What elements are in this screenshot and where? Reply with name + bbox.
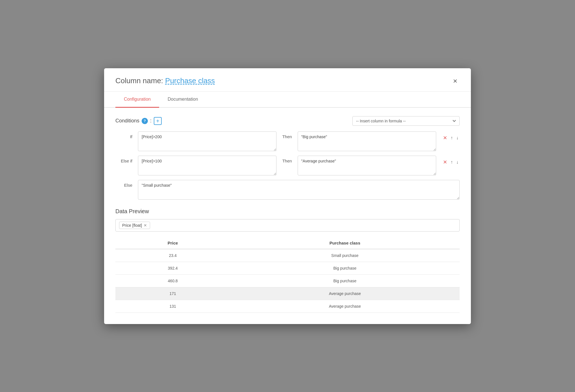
cell-price: 23.4: [115, 249, 230, 262]
move-up-0[interactable]: ↑: [449, 135, 454, 141]
condition-row-if: If [Price]>200 Then "Big purchase" ✕ ↑ ↓: [115, 131, 460, 151]
else-row: Else "Small purchase": [115, 180, 460, 200]
condition-row-elseif: Else if [Price]>100 Then "Average purcha…: [115, 156, 460, 175]
cell-price: 460.8: [115, 274, 230, 287]
table-row: 392.4Big purchase: [115, 262, 460, 274]
table-row: 131Average purchase: [115, 300, 460, 312]
data-preview-table: Price Purchase class 23.4Small purchase3…: [115, 237, 460, 313]
modal-body: Conditions ? : + -- Insert column in for…: [104, 108, 471, 324]
insert-column-select[interactable]: -- Insert column in formula --: [352, 116, 460, 126]
title-link[interactable]: Purchase class: [165, 76, 215, 85]
filter-tag-remove[interactable]: ✕: [144, 223, 147, 227]
conditions-label: Conditions: [115, 118, 139, 124]
filter-tag-price: Price [float] ✕: [119, 222, 150, 229]
colon-separator: :: [150, 118, 152, 124]
table-row: 23.4Small purchase: [115, 249, 460, 262]
modal-title: Column name: Purchase class: [115, 76, 215, 85]
cell-purchase-class: Average purchase: [230, 300, 460, 312]
insert-column-wrapper: -- Insert column in formula --: [352, 116, 460, 126]
col-header-purchase-class: Purchase class: [230, 237, 460, 249]
tab-configuration[interactable]: Configuration: [115, 92, 159, 108]
add-condition-button[interactable]: +: [154, 117, 162, 125]
if-label: If: [115, 131, 132, 139]
filter-tag-label: Price [float]: [122, 223, 142, 228]
then-label-0: Then: [282, 131, 292, 139]
cell-price: 392.4: [115, 262, 230, 274]
cell-purchase-class: Big purchase: [230, 274, 460, 287]
cell-price: 171: [115, 287, 230, 300]
data-preview-section: Data Preview Price [float] ✕ Price Purch…: [115, 208, 460, 313]
table-row: 171Average purchase: [115, 287, 460, 300]
move-down-1[interactable]: ↓: [455, 159, 460, 165]
row-actions-0: ✕ ↑ ↓: [442, 131, 460, 142]
table-header-row: Price Purchase class: [115, 237, 460, 249]
col-header-price: Price: [115, 237, 230, 249]
delete-condition-1[interactable]: ✕: [442, 158, 448, 166]
row-actions-1: ✕ ↑ ↓: [442, 156, 460, 166]
help-icon[interactable]: ?: [142, 118, 148, 124]
cell-purchase-class: Small purchase: [230, 249, 460, 262]
move-up-1[interactable]: ↑: [449, 159, 454, 165]
cell-price: 131: [115, 300, 230, 312]
conditions-header: Conditions ? : + -- Insert column in for…: [115, 116, 460, 126]
then-value-input-1[interactable]: "Average purchase": [298, 156, 436, 175]
data-preview-title: Data Preview: [115, 208, 460, 215]
move-down-0[interactable]: ↓: [455, 135, 460, 141]
conditions-left: Conditions ? : +: [115, 117, 162, 125]
table-row: 460.8Big purchase: [115, 274, 460, 287]
then-value-input-0[interactable]: "Big purchase": [298, 131, 436, 151]
else-value-input[interactable]: "Small purchase": [138, 180, 460, 200]
tab-documentation[interactable]: Documentation: [159, 92, 207, 108]
cell-purchase-class: Average purchase: [230, 287, 460, 300]
elseif-label: Else if: [115, 156, 132, 163]
modal: Column name: Purchase class × Configurat…: [104, 68, 471, 324]
delete-condition-0[interactable]: ✕: [442, 134, 448, 142]
tabs: Configuration Documentation: [104, 92, 471, 108]
if-condition-input[interactable]: [Price]>200: [138, 131, 276, 151]
then-label-1: Then: [282, 156, 292, 163]
title-prefix: Column name:: [115, 76, 165, 85]
modal-header: Column name: Purchase class ×: [104, 68, 471, 92]
filter-bar: Price [float] ✕: [115, 219, 460, 232]
else-label: Else: [115, 180, 132, 188]
elseif-condition-input[interactable]: [Price]>100: [138, 156, 276, 175]
cell-purchase-class: Big purchase: [230, 262, 460, 274]
close-button[interactable]: ×: [451, 76, 460, 86]
